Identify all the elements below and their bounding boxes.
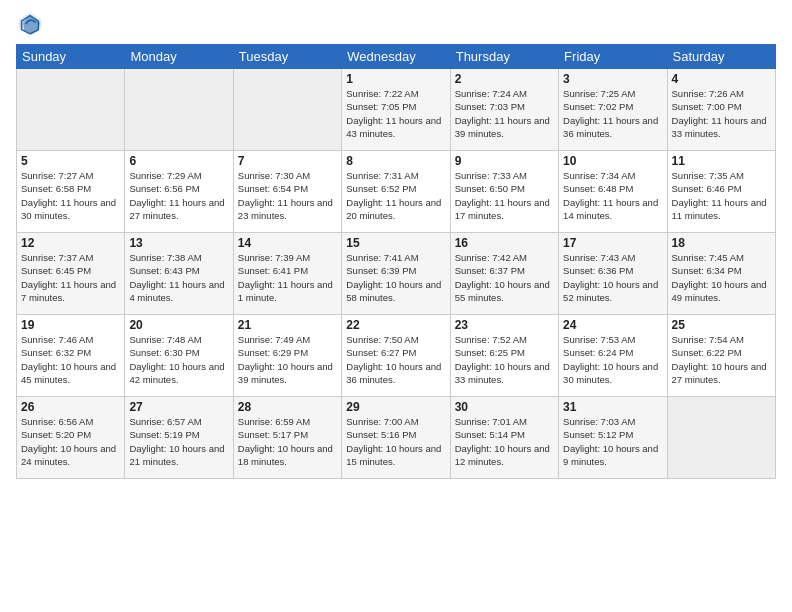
day-info: Sunrise: 7:41 AM Sunset: 6:39 PM Dayligh… — [346, 251, 445, 304]
day-info: Sunrise: 7:43 AM Sunset: 6:36 PM Dayligh… — [563, 251, 662, 304]
calendar-cell: 11Sunrise: 7:35 AM Sunset: 6:46 PM Dayli… — [667, 151, 775, 233]
calendar-cell: 14Sunrise: 7:39 AM Sunset: 6:41 PM Dayli… — [233, 233, 341, 315]
day-of-week-thursday: Thursday — [450, 45, 558, 69]
calendar-cell: 27Sunrise: 6:57 AM Sunset: 5:19 PM Dayli… — [125, 397, 233, 479]
calendar-cell — [17, 69, 125, 151]
calendar-cell: 25Sunrise: 7:54 AM Sunset: 6:22 PM Dayli… — [667, 315, 775, 397]
day-number: 8 — [346, 154, 445, 168]
day-number: 6 — [129, 154, 228, 168]
day-number: 9 — [455, 154, 554, 168]
day-number: 26 — [21, 400, 120, 414]
day-info: Sunrise: 7:54 AM Sunset: 6:22 PM Dayligh… — [672, 333, 771, 386]
calendar-cell: 8Sunrise: 7:31 AM Sunset: 6:52 PM Daylig… — [342, 151, 450, 233]
day-of-week-tuesday: Tuesday — [233, 45, 341, 69]
day-info: Sunrise: 6:57 AM Sunset: 5:19 PM Dayligh… — [129, 415, 228, 468]
calendar-cell: 17Sunrise: 7:43 AM Sunset: 6:36 PM Dayli… — [559, 233, 667, 315]
day-number: 24 — [563, 318, 662, 332]
day-of-week-wednesday: Wednesday — [342, 45, 450, 69]
calendar-cell: 2Sunrise: 7:24 AM Sunset: 7:03 PM Daylig… — [450, 69, 558, 151]
day-number: 10 — [563, 154, 662, 168]
day-number: 30 — [455, 400, 554, 414]
day-info: Sunrise: 7:42 AM Sunset: 6:37 PM Dayligh… — [455, 251, 554, 304]
day-number: 27 — [129, 400, 228, 414]
calendar-cell: 28Sunrise: 6:59 AM Sunset: 5:17 PM Dayli… — [233, 397, 341, 479]
calendar-cell: 9Sunrise: 7:33 AM Sunset: 6:50 PM Daylig… — [450, 151, 558, 233]
day-number: 25 — [672, 318, 771, 332]
week-row-3: 12Sunrise: 7:37 AM Sunset: 6:45 PM Dayli… — [17, 233, 776, 315]
day-info: Sunrise: 7:33 AM Sunset: 6:50 PM Dayligh… — [455, 169, 554, 222]
day-number: 17 — [563, 236, 662, 250]
week-row-4: 19Sunrise: 7:46 AM Sunset: 6:32 PM Dayli… — [17, 315, 776, 397]
day-number: 5 — [21, 154, 120, 168]
calendar-cell: 18Sunrise: 7:45 AM Sunset: 6:34 PM Dayli… — [667, 233, 775, 315]
day-of-week-friday: Friday — [559, 45, 667, 69]
logo — [16, 10, 48, 38]
day-number: 3 — [563, 72, 662, 86]
day-info: Sunrise: 7:26 AM Sunset: 7:00 PM Dayligh… — [672, 87, 771, 140]
calendar-cell: 21Sunrise: 7:49 AM Sunset: 6:29 PM Dayli… — [233, 315, 341, 397]
day-number: 23 — [455, 318, 554, 332]
page: SundayMondayTuesdayWednesdayThursdayFrid… — [0, 0, 792, 612]
calendar-cell — [125, 69, 233, 151]
day-number: 28 — [238, 400, 337, 414]
calendar-cell: 29Sunrise: 7:00 AM Sunset: 5:16 PM Dayli… — [342, 397, 450, 479]
day-info: Sunrise: 7:45 AM Sunset: 6:34 PM Dayligh… — [672, 251, 771, 304]
calendar-cell: 3Sunrise: 7:25 AM Sunset: 7:02 PM Daylig… — [559, 69, 667, 151]
day-info: Sunrise: 7:00 AM Sunset: 5:16 PM Dayligh… — [346, 415, 445, 468]
day-info: Sunrise: 7:31 AM Sunset: 6:52 PM Dayligh… — [346, 169, 445, 222]
calendar-cell: 24Sunrise: 7:53 AM Sunset: 6:24 PM Dayli… — [559, 315, 667, 397]
calendar-cell: 19Sunrise: 7:46 AM Sunset: 6:32 PM Dayli… — [17, 315, 125, 397]
calendar-cell: 12Sunrise: 7:37 AM Sunset: 6:45 PM Dayli… — [17, 233, 125, 315]
day-info: Sunrise: 7:52 AM Sunset: 6:25 PM Dayligh… — [455, 333, 554, 386]
day-info: Sunrise: 7:29 AM Sunset: 6:56 PM Dayligh… — [129, 169, 228, 222]
week-row-5: 26Sunrise: 6:56 AM Sunset: 5:20 PM Dayli… — [17, 397, 776, 479]
day-info: Sunrise: 7:27 AM Sunset: 6:58 PM Dayligh… — [21, 169, 120, 222]
day-info: Sunrise: 7:34 AM Sunset: 6:48 PM Dayligh… — [563, 169, 662, 222]
week-row-1: 1Sunrise: 7:22 AM Sunset: 7:05 PM Daylig… — [17, 69, 776, 151]
calendar-cell: 26Sunrise: 6:56 AM Sunset: 5:20 PM Dayli… — [17, 397, 125, 479]
day-info: Sunrise: 7:24 AM Sunset: 7:03 PM Dayligh… — [455, 87, 554, 140]
day-info: Sunrise: 6:59 AM Sunset: 5:17 PM Dayligh… — [238, 415, 337, 468]
day-number: 7 — [238, 154, 337, 168]
day-number: 1 — [346, 72, 445, 86]
calendar-cell: 6Sunrise: 7:29 AM Sunset: 6:56 PM Daylig… — [125, 151, 233, 233]
calendar-cell: 1Sunrise: 7:22 AM Sunset: 7:05 PM Daylig… — [342, 69, 450, 151]
day-header-row: SundayMondayTuesdayWednesdayThursdayFrid… — [17, 45, 776, 69]
calendar-table: SundayMondayTuesdayWednesdayThursdayFrid… — [16, 44, 776, 479]
day-number: 11 — [672, 154, 771, 168]
day-info: Sunrise: 7:03 AM Sunset: 5:12 PM Dayligh… — [563, 415, 662, 468]
day-info: Sunrise: 7:25 AM Sunset: 7:02 PM Dayligh… — [563, 87, 662, 140]
calendar-cell: 13Sunrise: 7:38 AM Sunset: 6:43 PM Dayli… — [125, 233, 233, 315]
day-number: 14 — [238, 236, 337, 250]
day-number: 15 — [346, 236, 445, 250]
day-info: Sunrise: 7:48 AM Sunset: 6:30 PM Dayligh… — [129, 333, 228, 386]
day-number: 18 — [672, 236, 771, 250]
calendar-cell: 20Sunrise: 7:48 AM Sunset: 6:30 PM Dayli… — [125, 315, 233, 397]
day-info: Sunrise: 7:39 AM Sunset: 6:41 PM Dayligh… — [238, 251, 337, 304]
calendar-cell: 4Sunrise: 7:26 AM Sunset: 7:00 PM Daylig… — [667, 69, 775, 151]
day-number: 4 — [672, 72, 771, 86]
calendar-cell: 23Sunrise: 7:52 AM Sunset: 6:25 PM Dayli… — [450, 315, 558, 397]
day-info: Sunrise: 6:56 AM Sunset: 5:20 PM Dayligh… — [21, 415, 120, 468]
calendar-cell: 5Sunrise: 7:27 AM Sunset: 6:58 PM Daylig… — [17, 151, 125, 233]
day-info: Sunrise: 7:49 AM Sunset: 6:29 PM Dayligh… — [238, 333, 337, 386]
day-info: Sunrise: 7:38 AM Sunset: 6:43 PM Dayligh… — [129, 251, 228, 304]
day-info: Sunrise: 7:22 AM Sunset: 7:05 PM Dayligh… — [346, 87, 445, 140]
day-info: Sunrise: 7:37 AM Sunset: 6:45 PM Dayligh… — [21, 251, 120, 304]
day-number: 12 — [21, 236, 120, 250]
day-info: Sunrise: 7:46 AM Sunset: 6:32 PM Dayligh… — [21, 333, 120, 386]
logo-icon — [16, 10, 44, 38]
header — [16, 10, 776, 38]
calendar-header: SundayMondayTuesdayWednesdayThursdayFrid… — [17, 45, 776, 69]
calendar-cell — [667, 397, 775, 479]
day-info: Sunrise: 7:01 AM Sunset: 5:14 PM Dayligh… — [455, 415, 554, 468]
calendar-cell: 10Sunrise: 7:34 AM Sunset: 6:48 PM Dayli… — [559, 151, 667, 233]
day-number: 22 — [346, 318, 445, 332]
day-info: Sunrise: 7:50 AM Sunset: 6:27 PM Dayligh… — [346, 333, 445, 386]
day-number: 16 — [455, 236, 554, 250]
day-number: 31 — [563, 400, 662, 414]
day-number: 21 — [238, 318, 337, 332]
calendar-cell: 31Sunrise: 7:03 AM Sunset: 5:12 PM Dayli… — [559, 397, 667, 479]
day-info: Sunrise: 7:30 AM Sunset: 6:54 PM Dayligh… — [238, 169, 337, 222]
calendar-cell: 7Sunrise: 7:30 AM Sunset: 6:54 PM Daylig… — [233, 151, 341, 233]
